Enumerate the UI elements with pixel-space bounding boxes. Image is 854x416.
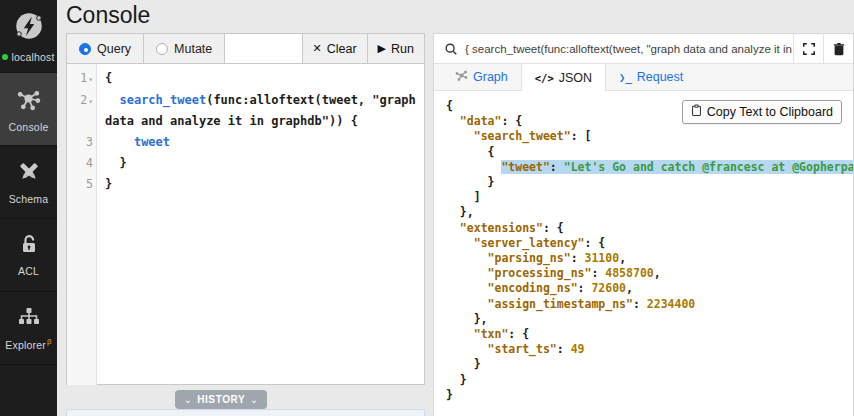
mutate-radio-icon[interactable]	[156, 43, 168, 55]
sidebar-item-label: localhost	[11, 51, 54, 63]
schema-pencils-icon	[16, 159, 42, 189]
json-line: "txn": {	[446, 327, 853, 342]
fold-caret-icon[interactable]: ▾	[88, 91, 93, 112]
json-line: "extensions": {	[446, 221, 853, 236]
sidebar-item-label: Schema	[9, 193, 49, 205]
connection-status-dot	[2, 54, 8, 60]
json-response-area: Copy Text to Clipboard { "data": { "sear…	[434, 91, 853, 416]
json-line: "search_tweet": [	[446, 129, 853, 144]
sidebar-item-schema[interactable]: Schema	[0, 146, 57, 219]
history-toggle-button[interactable]: ⌄ HISTORY ⌄	[175, 390, 267, 409]
fold-caret-icon[interactable]: ▾	[88, 69, 93, 90]
history-panel-edge[interactable]	[66, 409, 425, 416]
sidebar-item-acl[interactable]: ACL	[0, 219, 57, 292]
json-line: "processing_ns": 4858700,	[446, 266, 853, 281]
json-line: },	[446, 205, 853, 220]
line-number: 1▾	[67, 68, 97, 90]
query-mode-label: Query	[97, 42, 131, 56]
sidebar-item-localhost[interactable]: localhost	[0, 0, 57, 73]
tab-json[interactable]: </> JSON	[521, 64, 606, 91]
sidebar-item-label: Console	[9, 121, 49, 133]
toolbar-spacer	[225, 34, 301, 63]
tab-request[interactable]: ❯_ Request	[606, 64, 696, 90]
editor-code: 1▾{2▾ search_tweet(func:alloftext(tweet,…	[67, 64, 424, 195]
mutate-mode-radio[interactable]: Mutate	[144, 34, 225, 63]
chevron-down-icon: ⌄	[250, 395, 258, 405]
json-line: "server_latency": {	[446, 236, 853, 251]
beta-badge: β	[47, 337, 52, 346]
query-preview-text: { search_tweet(func:alloftext(tweet, "gr…	[465, 43, 793, 55]
json-line: "encoding_ns": 72600,	[446, 281, 853, 296]
query-radio-icon[interactable]	[79, 43, 91, 55]
line-number: 2▾	[67, 90, 97, 112]
copy-to-clipboard-button[interactable]: Copy Text to Clipboard	[682, 100, 842, 124]
json-line: }	[446, 357, 853, 372]
query-panel: Query Mutate ✕ Clear ▶ Run 1▾{2▾ search_…	[66, 33, 425, 385]
json-line: }	[446, 388, 853, 403]
explorer-sitemap-icon	[17, 305, 41, 333]
query-toolbar: Query Mutate ✕ Clear ▶ Run	[67, 34, 424, 64]
json-line: }	[446, 175, 853, 190]
fullscreen-button[interactable]	[793, 34, 823, 63]
console-graph-icon	[15, 86, 42, 117]
json-line: }	[446, 373, 853, 388]
editor-line: 4 }	[67, 153, 424, 174]
editor-line: 5}	[67, 174, 424, 195]
sidebar-item-label: ACL	[18, 265, 39, 277]
editor-line: 3 tweet	[67, 132, 424, 153]
json-line: "assign_timestamp_ns": 2234400	[446, 297, 853, 312]
chevron-down-icon: ⌄	[184, 395, 192, 405]
json-line: "parsing_ns": 31100,	[446, 251, 853, 266]
tab-graph[interactable]: Graph	[442, 64, 521, 90]
editor-line: 1▾{	[67, 68, 424, 90]
search-icon	[434, 42, 465, 56]
clipboard-icon	[691, 104, 702, 120]
app-window: localhost Console	[0, 0, 854, 416]
trash-button[interactable]	[823, 34, 853, 63]
dgraph-logo-icon	[12, 9, 46, 47]
run-icon: ▶	[378, 42, 386, 55]
json-line: "start_ts": 49	[446, 342, 853, 357]
line-number: 5	[67, 174, 97, 195]
editor-line: 2▾ search_tweet(func:alloftext(tweet, "g…	[67, 90, 424, 132]
run-button[interactable]: ▶ Run	[367, 34, 424, 63]
sidebar-item-explorer[interactable]: Explorerβ	[0, 292, 57, 365]
query-mode-radio[interactable]: Query	[67, 34, 144, 63]
json-response-text: { "data": { "search_tweet": [ { "tweet":…	[446, 99, 853, 403]
sidebar: localhost Console	[0, 0, 57, 416]
clear-icon: ✕	[313, 42, 322, 55]
line-number: 3	[67, 132, 97, 153]
page-title: Console	[66, 2, 150, 29]
graph-tab-icon	[455, 69, 468, 85]
acl-lock-icon	[17, 233, 41, 261]
line-number: 4	[67, 153, 97, 174]
query-editor[interactable]: 1▾{2▾ search_tweet(func:alloftext(tweet,…	[67, 64, 424, 385]
result-tabs: Graph </> JSON ❯_ Request	[434, 64, 853, 91]
result-searchbar[interactable]: { search_tweet(func:alloftext(tweet, "gr…	[434, 34, 853, 64]
json-line: ]	[446, 190, 853, 205]
mutate-mode-label: Mutate	[174, 42, 212, 56]
terminal-prompt-icon: ❯_	[619, 71, 632, 83]
result-panel: { search_tweet(func:alloftext(tweet, "gr…	[433, 33, 854, 416]
sidebar-item-console[interactable]: Console	[0, 73, 57, 146]
code-brackets-icon: </>	[535, 72, 554, 84]
json-line: "tweet": "Let's Go and catch @francesc a…	[446, 160, 853, 175]
clear-button[interactable]: ✕ Clear	[302, 34, 367, 63]
json-line: {	[446, 145, 853, 160]
sidebar-item-label: Explorerβ	[5, 337, 52, 351]
json-line: },	[446, 312, 853, 327]
